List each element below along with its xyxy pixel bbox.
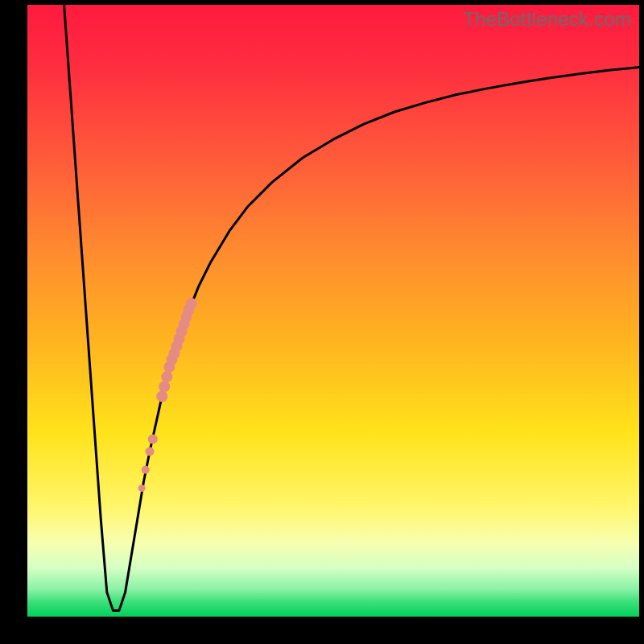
highlight-dot: [142, 466, 150, 474]
highlight-dot: [159, 381, 170, 392]
gradient-background: [27, 5, 639, 617]
watermark-text: TheBottleneck.com: [463, 8, 631, 31]
highlight-dot: [148, 435, 158, 444]
chart-frame: TheBottleneck.com: [0, 0, 644, 644]
highlight-dot: [156, 390, 167, 402]
highlight-dot: [138, 485, 146, 492]
highlight-dot: [146, 447, 155, 456]
highlight-dot: [186, 298, 197, 309]
highlight-dot: [161, 371, 172, 382]
plot-area: TheBottleneck.com: [27, 5, 639, 617]
chart-svg: [27, 5, 639, 617]
